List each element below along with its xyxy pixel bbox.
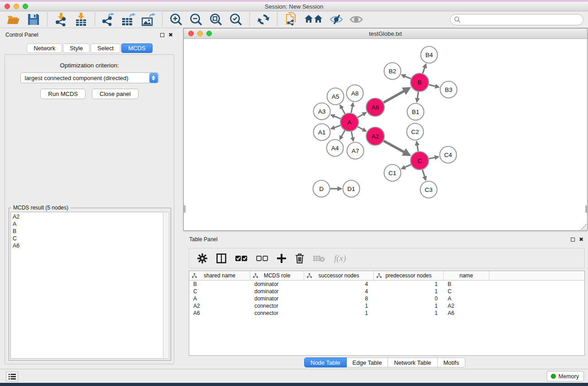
close-panel-icon[interactable]: ✖	[168, 32, 173, 38]
node-D1[interactable]: D1	[343, 181, 360, 197]
node-A2[interactable]: A2	[366, 127, 384, 145]
delete-icon[interactable]	[295, 253, 304, 263]
search-input[interactable]	[450, 14, 583, 25]
hide-panel-eye-icon[interactable]	[329, 13, 344, 26]
window-resize-grip[interactable]	[581, 224, 587, 230]
node-C[interactable]: C	[411, 152, 429, 170]
edge-C-C1[interactable]	[402, 165, 411, 169]
node-table[interactable]: shared nameMCDS rolesuccessor nodesprede…	[189, 271, 585, 356]
network-graph[interactable]: AA1A2A3A4A5A6A7A8BB1B2B3B4CC1C2C3C4DD1	[184, 39, 587, 230]
edge-B-B3[interactable]	[429, 85, 439, 87]
close-panel-button[interactable]: Close panel	[92, 89, 139, 99]
edge-A-A3[interactable]	[331, 115, 341, 119]
node-B1[interactable]: B1	[407, 104, 424, 120]
node-A3[interactable]: A3	[314, 103, 330, 120]
refresh-icon[interactable]	[256, 13, 271, 26]
optimization-criterion-dropdown[interactable]: largest connected component (directed)	[20, 72, 159, 83]
mcds-result-list[interactable]: A2ABCA6	[10, 212, 163, 359]
edge-A-A4[interactable]	[340, 130, 345, 139]
result-list-scrollbar[interactable]	[163, 212, 169, 359]
result-list-item[interactable]: A	[13, 220, 163, 228]
tab-mcds[interactable]: MCDS	[121, 43, 152, 53]
edge-C-C3[interactable]	[422, 170, 425, 180]
edge-B-B1[interactable]	[417, 92, 418, 102]
delete-table-icon[interactable]	[313, 254, 325, 262]
float-panel-icon[interactable]	[160, 33, 164, 37]
node-B3[interactable]: B3	[440, 81, 457, 98]
result-list-item[interactable]: B	[13, 228, 163, 235]
column-header-successor-nodes[interactable]: successor nodes	[304, 271, 374, 280]
float-table-panel-icon[interactable]	[571, 238, 575, 242]
tab-style[interactable]: Style	[63, 43, 90, 53]
column-header-MCDS-role[interactable]: MCDS role	[250, 271, 304, 280]
edge-A-A5[interactable]	[340, 105, 345, 114]
node-A6[interactable]: A6	[366, 98, 384, 116]
node-A[interactable]: A	[340, 113, 359, 131]
tab-network[interactable]: Network	[27, 43, 62, 53]
node-B4[interactable]: B4	[421, 47, 438, 63]
home-network-icon[interactable]	[304, 13, 324, 26]
table-row[interactable]: Adominator80A	[189, 295, 584, 302]
node-A7[interactable]: A7	[347, 143, 364, 159]
table-row[interactable]: A6connector11A6	[189, 310, 584, 317]
add-column-icon[interactable]	[277, 254, 286, 263]
node-B2[interactable]: B2	[384, 63, 401, 80]
run-mcds-button[interactable]: Run MCDS	[40, 89, 86, 99]
edge-A-A8[interactable]	[351, 103, 353, 113]
close-table-panel-icon[interactable]: ✖	[579, 237, 583, 242]
export-image-icon[interactable]	[141, 13, 156, 26]
table-row[interactable]: Bdominator41B	[189, 281, 584, 288]
edge-B-B4[interactable]	[423, 64, 426, 73]
table-row[interactable]: Cdominator41C	[189, 288, 584, 295]
task-history-button[interactable]	[6, 372, 18, 381]
node-D[interactable]: D	[313, 181, 330, 197]
memory-button[interactable]: Memory	[547, 371, 584, 381]
export-network-icon[interactable]	[101, 13, 116, 26]
node-C3[interactable]: C3	[421, 181, 437, 198]
select-all-icon[interactable]	[235, 255, 247, 262]
tab-network-table[interactable]: Network Table	[388, 357, 437, 367]
table-row[interactable]: A2connector11A2	[189, 302, 584, 310]
zoom-out-icon[interactable]	[189, 13, 203, 26]
import-table-icon[interactable]	[74, 13, 88, 26]
import-network-icon[interactable]	[54, 13, 68, 26]
open-folder-icon[interactable]	[6, 13, 21, 26]
show-eye-icon[interactable]	[349, 13, 363, 26]
edge-A-A1[interactable]	[331, 125, 340, 129]
network-canvas[interactable]: AA1A2A3A4A5A6A7A8BB1B2B3B4CC1C2C3C4DD1	[184, 39, 587, 230]
tab-edge-table[interactable]: Edge Table	[347, 357, 388, 367]
column-header-predecessor-nodes[interactable]: predecessor nodes	[374, 271, 444, 280]
node-B[interactable]: B	[411, 73, 429, 91]
gear-icon[interactable]	[197, 253, 207, 263]
tab-motifs[interactable]: Motifs	[438, 357, 466, 367]
node-C1[interactable]: C1	[384, 165, 401, 181]
edge-A-A7[interactable]	[351, 132, 353, 141]
tab-node-table[interactable]: Node Table	[304, 357, 347, 367]
save-icon[interactable]	[26, 13, 41, 26]
deselect-all-icon[interactable]	[256, 255, 268, 262]
zoom-selected-icon[interactable]	[229, 13, 243, 26]
node-A4[interactable]: A4	[327, 140, 344, 157]
node-A1[interactable]: A1	[314, 124, 330, 141]
edge-A-A6[interactable]	[358, 113, 366, 118]
result-list-item[interactable]: A6	[13, 242, 163, 249]
zoom-in-icon[interactable]	[169, 13, 183, 26]
node-A8[interactable]: A8	[347, 85, 363, 102]
node-C4[interactable]: C4	[440, 147, 457, 163]
edge-B-B2[interactable]	[402, 75, 411, 79]
column-header-shared-name[interactable]: shared name	[189, 271, 250, 280]
new-session-icon[interactable]	[284, 13, 298, 26]
edge-C-C4[interactable]	[429, 157, 439, 159]
edge-A-A2[interactable]	[358, 127, 366, 131]
edge-C-C2[interactable]	[416, 142, 418, 151]
column-header-name[interactable]: name	[444, 271, 489, 280]
result-list-item[interactable]: A2	[13, 213, 163, 220]
export-table-icon[interactable]	[121, 13, 136, 26]
function-builder-icon[interactable]: f(x)	[334, 253, 346, 263]
edge-A2-C[interactable]	[383, 141, 409, 155]
node-C2[interactable]: C2	[407, 124, 424, 140]
edge-A6-B[interactable]	[383, 88, 409, 103]
split-columns-icon[interactable]	[216, 253, 226, 263]
tab-select[interactable]: Select	[91, 43, 120, 53]
zoom-fit-icon[interactable]	[209, 13, 223, 26]
